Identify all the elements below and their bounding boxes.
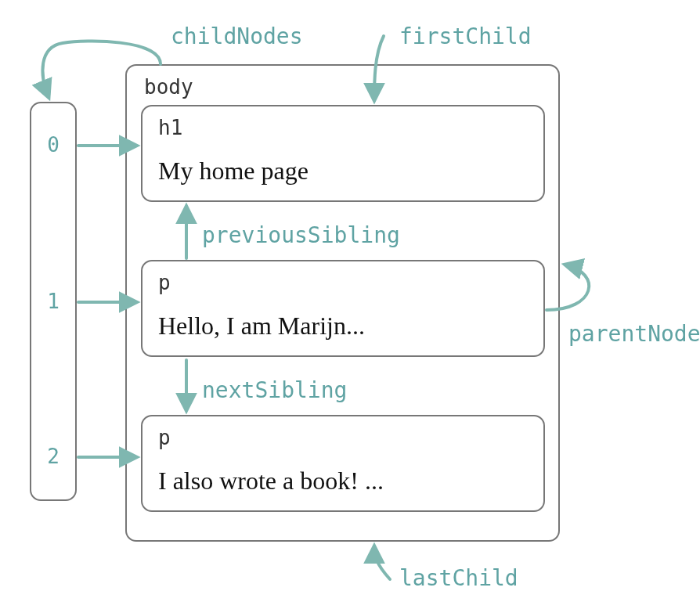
label-nextSibling: nextSibling <box>202 377 347 403</box>
label-lastChild: lastChild <box>399 565 518 591</box>
child-2-tag: p <box>158 426 171 449</box>
arrow-lastChild <box>374 546 390 579</box>
label-firstChild: firstChild <box>399 23 532 49</box>
index-0: 0 <box>30 133 77 157</box>
child-box-2 <box>141 415 545 512</box>
body-tag: body <box>144 75 193 99</box>
child-box-0 <box>141 105 545 202</box>
child-1-tag: p <box>158 271 171 294</box>
child-2-text: I also wrote a book! ... <box>158 467 384 495</box>
child-0-text: My home page <box>158 157 309 186</box>
label-childNodes: childNodes <box>171 23 303 49</box>
child-0-tag: h1 <box>158 116 182 139</box>
child-1-text: Hello, I am Marijn... <box>158 312 365 341</box>
child-box-1 <box>141 260 545 357</box>
index-1: 1 <box>30 290 77 313</box>
label-parentNode: parentNode <box>568 321 700 347</box>
index-2: 2 <box>30 445 77 468</box>
dom-links-diagram: 0 1 2 body h1 My home page p Hello, I am… <box>0 0 700 609</box>
label-previousSibling: previousSibling <box>202 222 400 248</box>
